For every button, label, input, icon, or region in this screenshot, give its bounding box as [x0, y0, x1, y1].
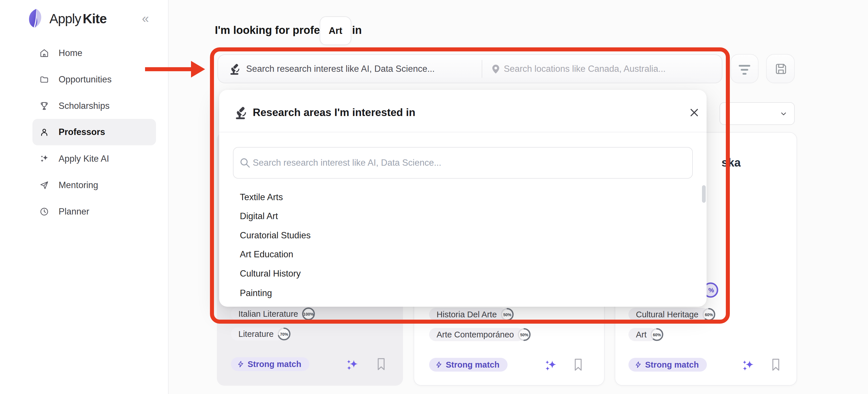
sidebar-item-professors[interactable]: Professors	[32, 119, 156, 145]
svg-text:60%: 60%	[653, 333, 661, 337]
close-icon[interactable]	[689, 107, 700, 118]
sidebar-item-label: Mentoring	[59, 180, 98, 190]
bookmark-icon[interactable]	[377, 358, 385, 370]
brand-kite: Kite	[83, 11, 106, 26]
sidebar-item-label: Apply Kite AI	[59, 154, 109, 164]
research-area-option[interactable]: Textile Arts	[240, 190, 671, 204]
research-area-option[interactable]: Digital Art	[240, 209, 671, 223]
bookmark-icon[interactable]	[772, 358, 780, 371]
person-icon	[40, 128, 49, 137]
search-divider	[482, 60, 482, 78]
modal-divider	[219, 132, 707, 132]
research-chip: Historia Del Arte 50%	[429, 308, 507, 321]
bolt-icon	[237, 361, 244, 368]
save-icon	[774, 62, 788, 76]
brand-name: ApplyKite	[50, 11, 106, 26]
research-chip: Cultural Heritage 60%	[628, 308, 709, 321]
ai-sparkles-icon[interactable]	[741, 359, 754, 372]
trophy-icon	[40, 101, 49, 110]
subject-chip-label: Art	[329, 25, 342, 36]
annotation-arrow	[145, 67, 194, 71]
strong-match-label: Strong match	[446, 360, 499, 370]
applykite-logo-icon	[26, 8, 46, 30]
svg-text:60%: 60%	[705, 313, 713, 317]
ai-sparkles-icon[interactable]	[544, 359, 557, 372]
modal-title: Research areas I'm interested in	[253, 106, 415, 119]
chip-label: Art	[636, 330, 647, 339]
sidebar-item-mentoring[interactable]: Mentoring	[32, 172, 156, 198]
logo: ApplyKite «	[0, 6, 168, 32]
svg-text:%: %	[708, 287, 714, 294]
sparkles-icon	[40, 154, 49, 163]
brand-apply: Apply	[50, 11, 81, 26]
research-area-option[interactable]: Art Education	[240, 247, 671, 262]
professor-name-fragment: ska	[721, 156, 741, 169]
research-chip: Literature 70%	[231, 327, 284, 340]
sidebar-item-label: Planner	[59, 206, 89, 217]
sort-select[interactable]	[719, 102, 795, 125]
strong-match-badge: Strong match	[628, 358, 707, 371]
sidebar-item-applykite-ai[interactable]: Apply Kite AI	[32, 145, 156, 172]
sidebar-item-label: Opportunities	[59, 74, 112, 85]
modal-search-input[interactable]: Search research interest like AI, Data S…	[233, 147, 693, 178]
annotation-arrow-head	[191, 61, 205, 77]
strong-match-label: Strong match	[248, 360, 301, 369]
home-icon	[40, 48, 49, 58]
sidebar-item-scholarships[interactable]: Scholarships	[32, 93, 156, 119]
search-interest-input[interactable]: Search research interest like AI, Data S…	[246, 55, 435, 83]
chip-label: Arte Contemporáneo	[437, 330, 514, 339]
save-search-button[interactable]	[766, 54, 795, 83]
microscope-icon	[234, 106, 248, 120]
percent-ring: 100%	[302, 307, 315, 321]
svg-text:50%: 50%	[503, 313, 512, 317]
percent-ring: 60%	[650, 328, 664, 341]
svg-text:100%: 100%	[303, 312, 314, 317]
chip-label: Historia Del Arte	[437, 310, 497, 319]
bookmark-icon[interactable]	[574, 358, 583, 371]
percent-ring: 70%	[277, 327, 291, 341]
folder-icon	[40, 75, 49, 84]
sidebar-item-opportunities[interactable]: Opportunities	[32, 66, 156, 93]
strong-match-badge: Strong match	[429, 358, 507, 371]
chip-label: Italian Literature	[239, 309, 298, 319]
microscope-icon	[228, 63, 241, 75]
percent-ring: 60%	[702, 307, 716, 321]
sidebar: ApplyKite « Home Opportunities Scholarsh…	[0, 0, 168, 394]
svg-text:50%: 50%	[520, 333, 528, 337]
svg-text:70%: 70%	[280, 332, 288, 336]
app-window: ApplyKite « Home Opportunities Scholarsh…	[0, 0, 868, 394]
bolt-icon	[435, 361, 442, 368]
location-pin-icon	[490, 64, 501, 75]
sidebar-collapse-icon[interactable]: «	[142, 12, 149, 25]
sidebar-item-home[interactable]: Home	[32, 40, 156, 66]
subject-chip[interactable]: Art	[320, 17, 351, 45]
search-location-input[interactable]: Search locations like Canada, Australia.…	[504, 55, 665, 83]
research-chip: Art 60%	[628, 328, 657, 341]
percent-ring: 50%	[517, 328, 531, 341]
research-chip: Italian Literature 100%	[231, 307, 308, 321]
modal-search-placeholder: Search research interest like AI, Data S…	[253, 147, 441, 178]
search-bar: Search research interest like AI, Data S…	[217, 54, 722, 83]
chevron-down-icon	[779, 110, 787, 117]
sidebar-item-label: Scholarships	[59, 101, 110, 111]
research-chip: Arte Contemporáneo 50%	[429, 328, 524, 341]
research-area-option[interactable]: Cultural History	[240, 266, 671, 281]
sidebar-item-label: Home	[59, 48, 83, 58]
sidebar-item-label: Professors	[59, 127, 105, 137]
strong-match-label: Strong match	[645, 360, 699, 370]
filter-button[interactable]	[731, 54, 758, 83]
strong-match-badge: Strong match	[231, 357, 309, 371]
clock-icon	[40, 207, 49, 216]
bolt-icon	[635, 361, 642, 368]
ai-sparkles-icon[interactable]	[345, 358, 359, 371]
chip-label: Cultural Heritage	[636, 310, 699, 319]
search-icon	[239, 157, 251, 169]
modal-scrollbar[interactable]	[702, 185, 706, 203]
sidebar-item-planner[interactable]: Planner	[32, 198, 156, 225]
research-area-option[interactable]: Painting	[240, 286, 671, 300]
chip-label: Literature	[239, 329, 274, 339]
percent-ring: 50%	[500, 307, 514, 321]
research-area-option[interactable]: Curatorial Studies	[240, 228, 671, 243]
send-icon	[40, 180, 49, 190]
